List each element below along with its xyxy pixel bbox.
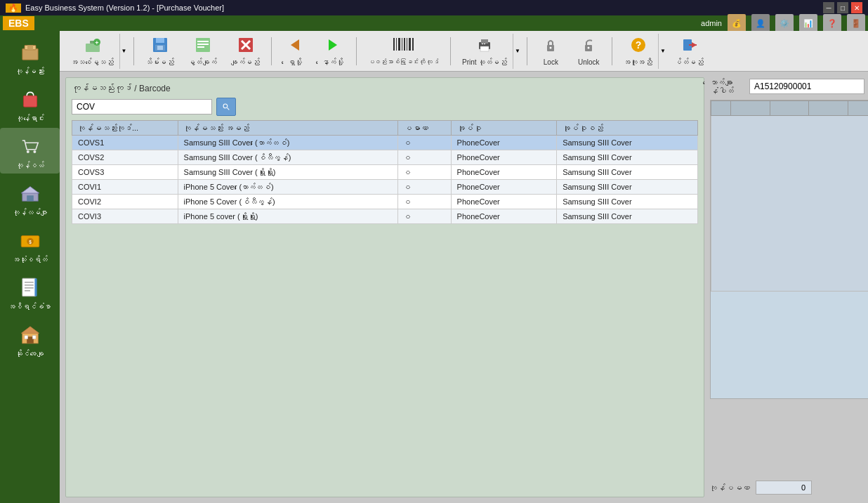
table-row[interactable]: COVS2 Samsung SIII Cover (စိလီကွန်) ၀ Ph…	[72, 150, 698, 165]
cell-code: COVS3	[72, 165, 178, 180]
barcode-button[interactable]: ပဇည်းဘာစ်ရခြင်းကိုကုဒ်	[362, 34, 445, 69]
help-dropdown-arrow[interactable]: ▼	[658, 34, 666, 69]
prev-button[interactable]: ရှေသို့	[277, 34, 313, 69]
save-button[interactable]: သိမ်းမည်	[140, 34, 180, 69]
cell-group2: Samsung SIII Cover	[557, 165, 698, 180]
bottom-row-2: 0 ▲ ▼ %	[710, 420, 868, 436]
main-content: + အသစ်မွေသည် ▼ သိမ်းမည် မွတ်ချက်	[60, 31, 868, 503]
table-row[interactable]: COVI1 iPhone 5 Cover (ကောက်တစ်) ၀ PhoneC…	[72, 180, 698, 195]
sep2	[271, 37, 272, 65]
voucher-input[interactable]	[749, 79, 864, 94]
maximize-button[interactable]: □	[837, 2, 848, 13]
table-row[interactable]: COVS3 Samsung SIII Cover (ရှိုးရှိုး) ၀ …	[72, 165, 698, 180]
settings-btn[interactable]: ⚙️	[775, 14, 794, 32]
next-button[interactable]: နောက်သို့	[315, 34, 350, 69]
user-profile-btn[interactable]: 👤	[751, 14, 770, 32]
footer-row: ကုန်ပမဏ 0	[710, 478, 868, 497]
cell-qty: ၀	[398, 195, 451, 209]
menu-bar: EBS admin 💰 👤 ⚙️ 📊 ❓ 🚪	[0, 15, 868, 31]
cell-group: PhoneCover	[451, 136, 557, 150]
svg-point-5	[33, 150, 36, 153]
search-button[interactable]	[216, 98, 236, 116]
help-btn-top[interactable]: ❓	[823, 14, 841, 32]
bottom-row-4: ပွေချမည် (F10)	[710, 455, 868, 473]
content-wrapper: ကုန်မသည်းကုဒ် / Barcode	[60, 72, 868, 503]
sidebar-label-settings: ဆိုင်အချေ	[15, 350, 44, 358]
print-dropdown-arrow[interactable]: ▼	[513, 34, 521, 69]
bottom-row-3: 0	[710, 438, 868, 452]
menu-bar-right: admin 💰 👤 ⚙️ 📊 ❓ 🚪	[701, 14, 865, 32]
table-row[interactable]: COVS1 Samsung SIII Cover (ကောက်တစ်) ၀ Ph…	[72, 136, 698, 150]
sidebar-item-expenses[interactable]: $ အသုံးစရိတ်	[0, 222, 60, 268]
edit-button[interactable]: မွတ်ချက်	[183, 34, 223, 69]
col-header-qty: ပမာဏ	[398, 121, 451, 136]
shopping-bag-icon	[16, 85, 44, 113]
right-table-empty	[711, 116, 869, 292]
exit-icon	[681, 37, 698, 57]
right-table: ount % သင့်ငွေ	[711, 100, 868, 292]
add-dropdown-arrow[interactable]: ▼	[119, 34, 128, 69]
delete-btn-label: ဖျက်မည်	[231, 58, 260, 66]
sep5	[527, 37, 527, 65]
edit-icon	[195, 37, 211, 57]
voucher-label: ဘောက်ချာနံပါတ်	[710, 78, 745, 95]
add-btn-label: အသစ်မွေသည်	[71, 58, 114, 66]
svg-rect-32	[197, 44, 209, 45]
lock-button[interactable]: Lock	[533, 34, 568, 69]
delete-button[interactable]: ဖျက်မည်	[225, 34, 265, 69]
title-logo: 🔥	[6, 4, 21, 13]
sidebar-item-purchase[interactable]: ကုန်ဝယ်	[0, 128, 60, 174]
table-row[interactable]: COVI3 iPhone 5 cover (ရှိုးရှိုး) ၀ Phon…	[72, 209, 698, 224]
unlock-button[interactable]: Unlock	[571, 34, 606, 69]
delete-icon	[237, 37, 254, 57]
logout-btn[interactable]: 🚪	[847, 14, 865, 32]
footer-value: 0	[756, 481, 812, 495]
breadcrumb: ကုန်မသည်းကုဒ် / Barcode	[72, 84, 698, 93]
sep3	[356, 37, 357, 65]
bottom-values-container: 0 0 ▲ ▼ %	[710, 403, 868, 473]
sidebar-item-inventory[interactable]: ကုန်မည်ား	[0, 34, 60, 79]
svg-rect-33	[197, 46, 204, 48]
cell-group: PhoneCover	[451, 195, 557, 209]
sidebar-item-reports[interactable]: အစီရင်ခံစာ	[0, 269, 60, 315]
sidebar-item-sales[interactable]: ကုန်ရောင်း	[0, 81, 60, 126]
col-header-group2: အုပ်စုစည်	[557, 121, 698, 136]
svg-rect-50	[482, 44, 483, 44]
prev-btn-label: ရှေသို့	[288, 58, 302, 66]
exit-button[interactable]: ပိတ်မည်	[669, 34, 709, 69]
close-button[interactable]: ✕	[851, 2, 862, 13]
svg-rect-43	[404, 38, 405, 51]
minimize-button[interactable]: ─	[823, 2, 834, 13]
sidebar: ကုန်မည်ား ကုန်ရောင်း ကုန်ဝယ်	[0, 31, 60, 503]
cell-code: COVS1	[72, 136, 178, 150]
unlock-btn-label: Unlock	[578, 58, 600, 66]
chart-btn[interactable]: 📊	[799, 14, 817, 32]
svg-rect-41	[398, 38, 400, 51]
cell-group2: Samsung SIII Cover	[557, 180, 698, 195]
save-icon	[152, 37, 169, 57]
svg-rect-49	[480, 46, 489, 51]
print-button[interactable]: Print ထုတ်မည်	[456, 34, 513, 69]
sidebar-label-stock: ကုန်လမ်ဂျာ	[13, 209, 48, 216]
search-input[interactable]	[72, 99, 212, 115]
table-row[interactable]: COVI2 iPhone 5 Cover (စိလီကွန်) ၀ PhoneC…	[72, 195, 698, 209]
svg-rect-29	[157, 46, 163, 50]
cell-group: PhoneCover	[451, 180, 557, 195]
sidebar-item-stock[interactable]: ကုန်လမ်ဂျာ	[0, 175, 60, 221]
svg-text:?: ?	[636, 39, 642, 51]
sidebar-item-settings[interactable]: ဆိုင်အချေ	[0, 316, 60, 362]
box-icon	[16, 38, 44, 66]
right-col-1	[711, 101, 731, 116]
svg-rect-45	[409, 38, 411, 51]
help-btn-group: ? အကူအညီ ▼	[618, 34, 666, 69]
wallet-icon-btn[interactable]: 💰	[728, 14, 746, 32]
help-button[interactable]: ? အကူအညီ	[618, 34, 658, 69]
cell-name: iPhone 5 Cover (ကောက်တစ်)	[178, 180, 398, 195]
search-results-table: ကုန်မသည်းကုဒ်... ကုန်မသည်း အမည် ပမာဏ အုပ…	[72, 120, 698, 224]
search-results-container: ကုန်မသည်းကုဒ်... ကုန်မသည်း အမည် ပမာဏ အုပ…	[72, 120, 698, 491]
next-btn-label: နောက်သို့	[322, 58, 343, 66]
barcode-btn-label: ပဇည်းဘာစ်ရခြင်းကိုကုဒ်	[368, 58, 439, 65]
cell-group: PhoneCover	[451, 165, 557, 180]
add-button[interactable]: + အသစ်မွေသည်	[65, 34, 119, 69]
warehouse-icon	[16, 179, 44, 207]
